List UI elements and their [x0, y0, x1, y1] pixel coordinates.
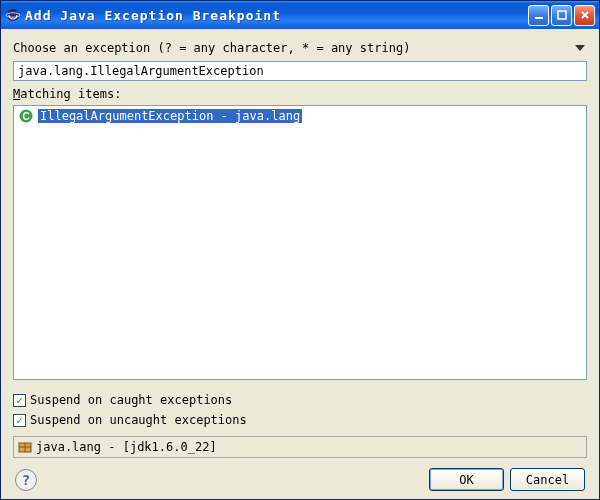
list-item[interactable]: C IllegalArgumentException - java.lang	[14, 106, 586, 126]
eclipse-icon	[5, 7, 21, 23]
item-text: IllegalArgumentException - java.lang	[38, 109, 302, 123]
dialog-window: Add Java Exception Breakpoint Choose an …	[0, 0, 600, 500]
window-title: Add Java Exception Breakpoint	[25, 8, 528, 23]
ok-button[interactable]: OK	[429, 468, 504, 491]
close-button[interactable]	[574, 5, 595, 26]
maximize-button[interactable]	[551, 5, 572, 26]
matching-items-label: Matching items:	[13, 87, 587, 101]
status-bar: java.lang - [jdk1.6.0_22]	[13, 436, 587, 458]
checkbox-label: Suspend on uncaught exceptions	[30, 413, 247, 427]
class-icon: C	[18, 108, 34, 124]
matching-items-list[interactable]: C IllegalArgumentException - java.lang	[13, 105, 587, 380]
checkbox-icon	[13, 394, 26, 407]
prompt-row: Choose an exception (? = any character, …	[13, 41, 587, 55]
menu-dropdown-icon[interactable]	[575, 45, 585, 51]
cancel-button[interactable]: Cancel	[510, 468, 585, 491]
suspend-uncaught-checkbox[interactable]: Suspend on uncaught exceptions	[13, 413, 587, 427]
help-button[interactable]: ?	[15, 469, 37, 491]
checkbox-label: Suspend on caught exceptions	[30, 393, 232, 407]
checkbox-icon	[13, 414, 26, 427]
svg-text:C: C	[22, 111, 29, 122]
svg-rect-3	[558, 11, 566, 19]
minimize-button[interactable]	[528, 5, 549, 26]
bottom-bar: ? OK Cancel	[13, 468, 587, 491]
svg-rect-2	[535, 17, 543, 19]
status-text: java.lang - [jdk1.6.0_22]	[36, 440, 217, 454]
prompt-label: Choose an exception (? = any character, …	[13, 41, 575, 55]
suspend-caught-checkbox[interactable]: Suspend on caught exceptions	[13, 393, 587, 407]
exception-search-input[interactable]	[13, 61, 587, 81]
dialog-content: Choose an exception (? = any character, …	[1, 29, 599, 499]
titlebar[interactable]: Add Java Exception Breakpoint	[1, 1, 599, 29]
package-icon	[18, 440, 32, 454]
dialog-buttons: OK Cancel	[429, 468, 585, 491]
window-controls	[528, 5, 595, 26]
